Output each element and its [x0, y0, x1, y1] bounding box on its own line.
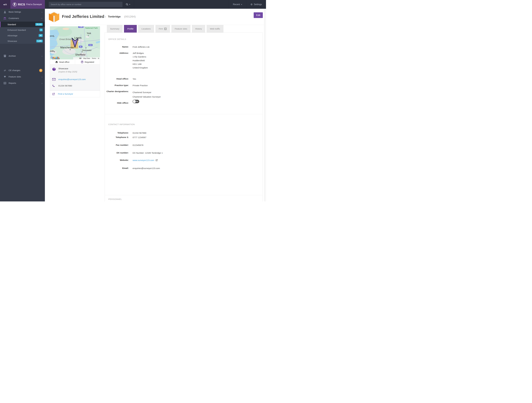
section-title-office-details: OFFICE DETAILS: [108, 38, 126, 40]
external-link-icon: [52, 93, 55, 95]
chevron-right-icon: ›: [42, 55, 42, 57]
search-zone: +: [45, 0, 134, 9]
tab-label: Web traffic: [210, 28, 220, 30]
phone-icon: [52, 84, 55, 87]
address-line: Jeff Bridges: [133, 51, 148, 55]
sidebar-item-customers[interactable]: Customers ›: [0, 15, 45, 21]
recent-dropdown[interactable]: Recent ▾: [228, 0, 246, 9]
map-label-great-britain: Great Britain: [59, 38, 72, 41]
map-label-doncaster: Doncaster: [82, 49, 92, 51]
find-a-surveyor-row: Find a Surveyor: [50, 90, 100, 97]
report-list-icon: [3, 82, 7, 84]
sidebar-item-label: Enhanced Standard: [7, 29, 39, 31]
settings-button[interactable]: ⚙ Settings: [246, 0, 266, 9]
head-office-value: Yes: [133, 77, 136, 81]
office-email-link[interactable]: enquiries@surveyor123.com: [58, 78, 86, 81]
office-meta-panel: Showcase (expires 8 May 2025) enquiries@…: [50, 64, 100, 90]
sidebar-item-feature-slots[interactable]: ♥ Feature slots ›: [0, 74, 45, 80]
tab-count-badge: 3: [164, 28, 167, 30]
count-badge: 23,121: [35, 23, 43, 26]
sidebar-item-label: CE changes: [9, 69, 39, 72]
sidebar-item-advantage[interactable]: Advantage 42: [0, 33, 45, 38]
sidebar-item-label: Reports: [9, 82, 42, 84]
map-tools-icon[interactable]: ⚙: [98, 58, 99, 59]
hide-office-toggle[interactable]: No: [133, 100, 139, 103]
chevron-right-icon: ›: [42, 76, 42, 78]
tab-web-traffic[interactable]: Web traffic: [207, 25, 223, 32]
map-label-york: York: [87, 32, 91, 35]
office-flags: Head office Regulated: [50, 59, 100, 64]
address-value: Jeff Bridges 1 Ely Gardens Huddersfield …: [133, 51, 148, 70]
search-input[interactable]: [49, 2, 122, 7]
rics-logo-icon: [13, 2, 17, 6]
map-attribution-bar: ⌨ Map Data Terms ⚙: [73, 57, 100, 59]
settings-label: Settings: [254, 3, 262, 6]
find-a-surveyor-link[interactable]: Find a Surveyor: [58, 93, 73, 95]
search-submit[interactable]: +: [126, 3, 130, 6]
topbar-spacer: [134, 0, 228, 9]
regulated-flag[interactable]: Regulated: [75, 59, 100, 64]
keyboard-icon[interactable]: ⌨: [79, 57, 81, 59]
google-logo[interactable]: Google: [51, 56, 59, 59]
head-office-label: Head office: [59, 61, 70, 63]
tab-label: Feature slots: [175, 28, 187, 30]
road-badge-m18: M18: [89, 44, 93, 46]
brand-header[interactable]: RICS Find a Surveyor: [10, 0, 45, 9]
page-scrollbar[interactable]: [264, 9, 266, 202]
office-summary-panel: National Park A1(M) York Leeds Great Bri…: [50, 26, 100, 97]
fax-label: Fax number:: [105, 143, 129, 147]
name-label: Name:: [105, 45, 129, 49]
count-badge: 2: [39, 29, 43, 31]
map-terms-link[interactable]: Terms: [92, 57, 96, 59]
showcase-status: Showcase (expires 8 May 2025): [50, 67, 100, 75]
main-content: Fred Jefferies Limited - Tonbridge (0012…: [45, 9, 266, 202]
rics-regulated-icon: [81, 61, 83, 63]
sidebar-item-label: Customers: [9, 17, 42, 19]
address-line: HD1 1AB: [133, 62, 148, 66]
website-link[interactable]: www.surveyor123.com: [133, 159, 154, 161]
toggle-state-label: No: [136, 101, 138, 102]
topbar-right: Recent ▾ ⚙ Settings: [228, 0, 266, 9]
telephone-label: Telephone:: [105, 131, 129, 134]
sidebar-item-showcase[interactable]: Showcase 1,105: [0, 38, 45, 44]
tab-strip: Summary Profile Locations Firm3 Feature …: [107, 25, 223, 32]
archive-box-icon: [3, 55, 7, 57]
toggle-knob: [133, 100, 136, 103]
top-bar: ◂≡ RICS Find a Surveyor + Recent ▾: [0, 0, 266, 9]
map-data-link[interactable]: Map Data: [83, 57, 90, 59]
sidebar-item-ce-changes[interactable]: ⇄ CE changes 4: [0, 67, 45, 74]
sidebar-item-archive[interactable]: Archive ›: [0, 53, 45, 59]
chevron-right-icon: ›: [42, 11, 42, 13]
office-map[interactable]: National Park A1(M) York Leeds Great Bri…: [50, 26, 100, 59]
tab-feature-slots[interactable]: Feature slots: [171, 25, 190, 32]
sidebar-item-enhanced-standard[interactable]: Enhanced Standard 2: [0, 27, 45, 33]
sidebar-item-standard[interactable]: Standard 23,121: [0, 22, 45, 27]
count-badge: 1,105: [36, 40, 43, 42]
envelope-icon: [52, 78, 56, 81]
tab-summary[interactable]: Summary: [107, 25, 123, 32]
group-icon: [3, 17, 7, 20]
email-label: Email:: [105, 167, 129, 170]
tab-label: Summary: [110, 28, 119, 30]
tab-locations[interactable]: Locations: [138, 25, 154, 32]
count-badge: 42: [39, 34, 43, 37]
office-phone-value: 01234 567890: [58, 84, 72, 87]
hamburger-icon: ◂≡: [3, 3, 7, 6]
hide-office-label: Hide office:: [105, 101, 129, 105]
sidebar-collapse-button[interactable]: ◂≡: [0, 0, 10, 9]
brand-product: Find a Surveyor: [26, 3, 42, 6]
tab-history[interactable]: History: [192, 25, 205, 32]
sidebar-item-basic-listings[interactable]: Basic listings ›: [0, 9, 45, 15]
dx-number-value: DX Number: 12345 Tonbridge 1: [133, 151, 163, 155]
practice-type-value: Private Practice: [133, 84, 148, 87]
charter-designation-value: Chartered Surveyor: [133, 91, 151, 94]
tab-firm[interactable]: Firm3: [155, 25, 170, 32]
edit-button[interactable]: Edit: [254, 12, 263, 18]
telephone-value: 01234 567890: [133, 131, 146, 135]
sidebar-item-label: Archive: [9, 55, 42, 57]
map-city-dot: [78, 39, 79, 40]
swap-arrows-icon: ⇄: [3, 69, 7, 72]
head-office-flag[interactable]: Head office: [50, 59, 75, 64]
sidebar-item-reports[interactable]: Reports ›: [0, 80, 45, 86]
tab-profile[interactable]: Profile: [124, 25, 137, 32]
